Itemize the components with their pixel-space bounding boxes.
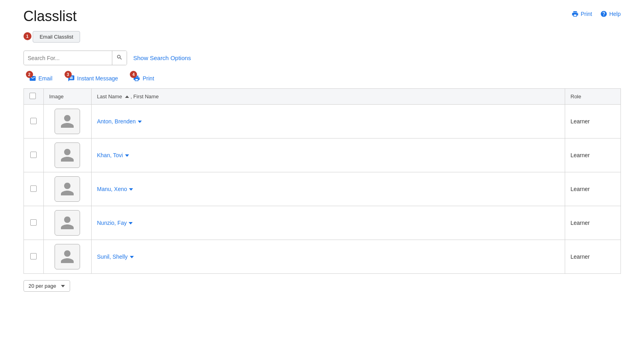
search-input[interactable]	[24, 52, 112, 64]
user-avatar-icon	[59, 113, 75, 129]
row-checkbox[interactable]	[30, 118, 37, 124]
row-name-cell: Sunil, Shelly	[91, 240, 565, 274]
user-avatar-icon	[59, 147, 75, 163]
row-checkbox-cell	[23, 172, 43, 206]
row-name-cell: Nunzio, Fay	[91, 206, 565, 240]
print-label: Print	[581, 11, 592, 17]
name-dropdown-arrow[interactable]	[138, 121, 142, 123]
row-image-cell	[43, 172, 91, 206]
email-classlist-button[interactable]: Email Classlist	[33, 31, 80, 43]
pagination-row: 20 per page	[23, 280, 621, 292]
search-button[interactable]	[112, 51, 127, 65]
print-action[interactable]: 4 Print	[133, 75, 154, 82]
student-name-link[interactable]: Khan, Tovi	[97, 152, 123, 158]
row-checkbox[interactable]	[30, 185, 37, 192]
row-role-cell: Learner	[565, 240, 621, 274]
row-image-cell	[43, 138, 91, 172]
table-row: Nunzio, FayLearner	[23, 206, 621, 240]
row-checkbox-cell	[23, 138, 43, 172]
row-name-cell: Manu, Xeno	[91, 172, 565, 206]
badge-3: 3	[65, 71, 72, 78]
table-row: Manu, XenoLearner	[23, 172, 621, 206]
classlist-table: Image Last Name , First Name Role Anton,…	[23, 88, 621, 274]
header-checkbox-cell	[23, 89, 43, 105]
row-role-cell: Learner	[565, 138, 621, 172]
student-name-link[interactable]: Sunil, Shelly	[97, 254, 128, 260]
student-name-link[interactable]: Manu, Xeno	[97, 186, 127, 192]
row-name-cell: Anton, Brenden	[91, 105, 565, 138]
avatar	[55, 109, 80, 134]
header-role: Role	[565, 89, 621, 105]
action-bar: 2 Email 3 Instant Message 4 Print	[23, 75, 621, 82]
row-image-cell	[43, 206, 91, 240]
help-link[interactable]: Help	[600, 10, 621, 18]
table-row: Sunil, ShellyLearner	[23, 240, 621, 274]
row-checkbox[interactable]	[30, 253, 37, 259]
instant-message-label: Instant Message	[77, 75, 118, 82]
student-name-link[interactable]: Anton, Brenden	[97, 118, 136, 125]
header-firstname: , First Name	[131, 94, 159, 99]
email-action[interactable]: 2 Email	[29, 75, 53, 82]
student-name-link[interactable]: Nunzio, Fay	[97, 220, 127, 226]
name-dropdown-arrow[interactable]	[129, 188, 133, 191]
row-image-cell	[43, 240, 91, 274]
email-action-label: Email	[39, 75, 53, 82]
header-lastname[interactable]: Last Name	[97, 94, 122, 99]
header-name: Last Name , First Name	[91, 89, 565, 105]
email-classlist-label: Email Classlist	[39, 34, 73, 40]
header-image: Image	[43, 89, 91, 105]
row-checkbox[interactable]	[30, 152, 37, 158]
search-icon	[116, 54, 123, 60]
show-search-options-link[interactable]: Show Search Options	[133, 55, 191, 61]
row-name-cell: Khan, Tovi	[91, 138, 565, 172]
per-page-select[interactable]: 20 per page	[23, 280, 70, 292]
instant-message-action[interactable]: 3 Instant Message	[68, 75, 118, 82]
row-role-cell: Learner	[565, 172, 621, 206]
avatar	[55, 244, 80, 269]
row-role-cell: Learner	[565, 206, 621, 240]
row-checkbox-cell	[23, 105, 43, 138]
badge-2: 2	[26, 71, 33, 78]
chevron-down-icon	[61, 285, 65, 287]
badge-1: 1	[23, 32, 31, 40]
avatar	[55, 142, 80, 168]
row-role-cell: Learner	[565, 105, 621, 138]
name-dropdown-arrow[interactable]	[130, 256, 134, 258]
help-icon	[600, 10, 607, 18]
help-label: Help	[609, 11, 621, 17]
row-checkbox-cell	[23, 206, 43, 240]
row-image-cell	[43, 105, 91, 138]
avatar	[55, 210, 80, 236]
row-checkbox-cell	[23, 240, 43, 274]
page-title: Classlist	[23, 8, 77, 25]
sort-asc-icon	[125, 96, 129, 98]
print-link[interactable]: Print	[572, 10, 592, 18]
select-all-checkbox[interactable]	[29, 93, 36, 99]
user-avatar-icon	[59, 249, 75, 265]
avatar	[55, 176, 80, 202]
search-box	[23, 51, 127, 65]
user-avatar-icon	[59, 181, 75, 197]
user-avatar-icon	[59, 215, 75, 231]
name-dropdown-arrow[interactable]	[129, 222, 133, 224]
print-action-label: Print	[143, 75, 154, 82]
per-page-label: 20 per page	[29, 283, 56, 289]
name-dropdown-arrow[interactable]	[125, 154, 129, 157]
table-row: Khan, ToviLearner	[23, 138, 621, 172]
print-icon	[572, 10, 579, 18]
table-row: Anton, BrendenLearner	[23, 105, 621, 138]
row-checkbox[interactable]	[30, 219, 37, 226]
